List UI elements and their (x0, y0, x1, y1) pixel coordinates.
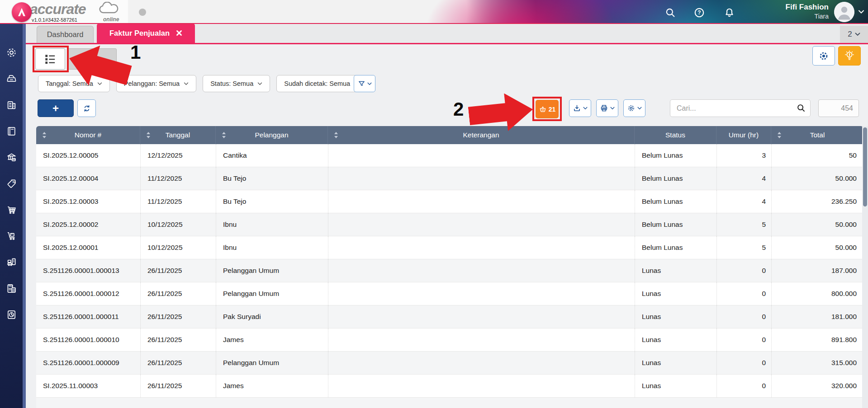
column-header-nomor[interactable]: Nomor # (36, 126, 140, 144)
refresh-button[interactable] (77, 99, 96, 117)
tab-active-label: Faktur Penjualan (109, 29, 170, 38)
cell-total: 50.000 (771, 213, 863, 236)
cell-umur: 0 (716, 282, 771, 305)
cell-status: Belum Lunas (635, 167, 716, 190)
sidebar-item-journal-book[interactable] (0, 118, 23, 144)
list-view-toggle-button[interactable] (35, 48, 65, 70)
invoice-row[interactable]: S.251126.00001.000010 26/11/2025 James L… (36, 328, 863, 352)
search-input[interactable] (670, 99, 811, 117)
invoice-row[interactable]: S.251126.00001.000011 26/11/2025 Pak Sur… (36, 305, 863, 328)
column-header-total[interactable]: Total (771, 126, 863, 144)
cell-status: Belum Lunas (635, 213, 716, 236)
column-header-keterangan[interactable]: Keterangan (328, 126, 635, 144)
global-search-icon[interactable] (664, 6, 677, 19)
cell-total: 320.000 (771, 375, 863, 397)
cell-total: 50.000 (771, 167, 863, 190)
column-header-status[interactable]: Status (635, 126, 716, 144)
cell-pelanggan: James (216, 328, 328, 351)
tab-faktur-penjualan[interactable]: Faktur Penjualan (97, 23, 195, 43)
sidebar-item-purchase-trolley[interactable] (0, 223, 23, 249)
svg-text:Rp: Rp (12, 180, 15, 183)
filter-chip[interactable]: Status: Semua (203, 75, 270, 92)
cell-nomor: SI.2025.12.00001 (36, 236, 140, 259)
cell-pelanggan: Ibnu (216, 236, 328, 259)
cell-total: 181.000 (771, 305, 863, 328)
cell-pelanggan: Ibnu (216, 213, 328, 236)
invoice-row[interactable]: SI.2025.12.00003 11/12/2025 Bu Tejo Belu… (36, 190, 863, 213)
sidebar-item-company[interactable] (0, 92, 23, 118)
cell-umur: 5 (716, 236, 771, 259)
filter-chip-label: Pelanggan: Semua (124, 80, 180, 87)
cell-status: Lunas (635, 259, 716, 282)
sidebar-item-bank[interactable] (0, 144, 23, 170)
annotation-step1-number: 1 (130, 42, 141, 63)
cart-queue-button[interactable]: 21 (536, 100, 559, 118)
sidebar-item-cash-register[interactable] (0, 66, 23, 92)
cell-nomor: S.251126.00001.000013 (36, 259, 140, 282)
invoice-table: Nomor # Tanggal Pelanggan Keterangan Sta… (36, 126, 863, 408)
cell-tanggal: 10/12/2025 (140, 236, 216, 259)
tab-overflow-count: 2 (848, 30, 852, 39)
cell-tanggal: 26/11/2025 (140, 282, 216, 305)
filter-chip-label: Status: Semua (210, 80, 253, 87)
sort-icon[interactable] (42, 131, 47, 139)
cell-umur: 3 (716, 144, 771, 167)
sort-icon[interactable] (777, 131, 782, 139)
cell-keterangan (328, 375, 635, 397)
sort-icon[interactable] (221, 131, 227, 139)
cell-nomor: SI.2025.11.00003 (36, 375, 140, 397)
search-submit-icon[interactable] (796, 103, 806, 113)
app-window: accurate online v1.0.1#3432-587261 ? Fif… (0, 0, 868, 408)
cart-count-badge: 21 (549, 106, 556, 113)
print-button[interactable] (596, 99, 618, 117)
add-invoice-plus-icon: + (52, 102, 59, 115)
scrollbar-thumb[interactable] (863, 127, 867, 206)
invoice-row[interactable]: SI.2025.11.00003 26/11/2025 James Lunas … (36, 375, 863, 398)
filter-chip[interactable]: Tanggal: Semua (38, 75, 110, 92)
cell-keterangan (328, 352, 635, 374)
hint-lightbulb-button[interactable] (838, 46, 861, 66)
user-menu-chevron-icon[interactable] (858, 9, 864, 14)
column-header-pelanggan[interactable]: Pelanggan (216, 126, 328, 144)
vertical-scrollbar[interactable] (862, 126, 868, 408)
column-label: Tanggal (166, 131, 190, 139)
invoice-row[interactable]: SI.2025.12.00005 12/12/2025 Cantika Belu… (36, 144, 863, 167)
cell-tanggal: 26/11/2025 (140, 352, 216, 374)
sidebar-item-settings[interactable] (0, 39, 23, 66)
export-download-button[interactable] (569, 99, 591, 117)
table-settings-button[interactable] (623, 99, 645, 117)
cell-nomor: SI.2025.12.00004 (36, 167, 140, 190)
invoice-row[interactable]: S.251126.00001.000009 26/11/2025 Pelangg… (36, 352, 863, 375)
tab-close-icon[interactable] (176, 30, 182, 36)
brand-sub-label: online (103, 16, 119, 23)
add-invoice-button[interactable]: + (38, 99, 74, 117)
invoice-row[interactable]: SI.2025.12.00002 10/12/2025 Ibnu Belum L… (36, 213, 863, 236)
avatar[interactable] (834, 2, 854, 22)
tab-overflow-dropdown[interactable]: 2 (840, 26, 868, 43)
sidebar-item-tax[interactable]: TAX (0, 275, 23, 301)
sidebar-item-sales-cart[interactable] (0, 197, 23, 223)
column-header-umur[interactable]: Umur (hr) (716, 126, 771, 144)
sidebar-item-assets[interactable] (0, 249, 23, 275)
invoice-row[interactable]: SI.2025.12.00004 11/12/2025 Bu Tejo Belu… (36, 167, 863, 190)
cell-umur: 4 (716, 167, 771, 190)
help-icon[interactable]: ? (693, 6, 706, 19)
sort-icon[interactable] (333, 131, 339, 139)
brand-wordmark: accurate (30, 1, 86, 18)
invoice-row[interactable]: S.251126.00001.000012 26/11/2025 Pelangg… (36, 282, 863, 305)
invoice-row[interactable]: S.251126.00001.000013 26/11/2025 Pelangg… (36, 259, 863, 282)
sort-icon[interactable] (146, 131, 151, 139)
advanced-filter-button[interactable] (354, 75, 375, 92)
column-header-tanggal[interactable]: Tanggal (140, 126, 216, 144)
cell-keterangan (328, 259, 635, 282)
notifications-bell-icon[interactable] (722, 6, 736, 19)
invoice-row[interactable]: SI.2025.12.00001 10/12/2025 Ibnu Belum L… (36, 236, 863, 259)
tab-dashboard[interactable]: Dashboard (37, 26, 94, 43)
sidebar-item-reports[interactable] (0, 301, 23, 328)
page-settings-button[interactable] (812, 46, 835, 66)
tab-bar: Dashboard Faktur Penjualan 2 (26, 23, 868, 44)
accurate-logo[interactable] (12, 2, 32, 22)
cell-umur: 0 (716, 328, 771, 351)
sidebar-item-price-tag[interactable]: Rp (0, 170, 23, 197)
cell-keterangan (328, 144, 635, 167)
